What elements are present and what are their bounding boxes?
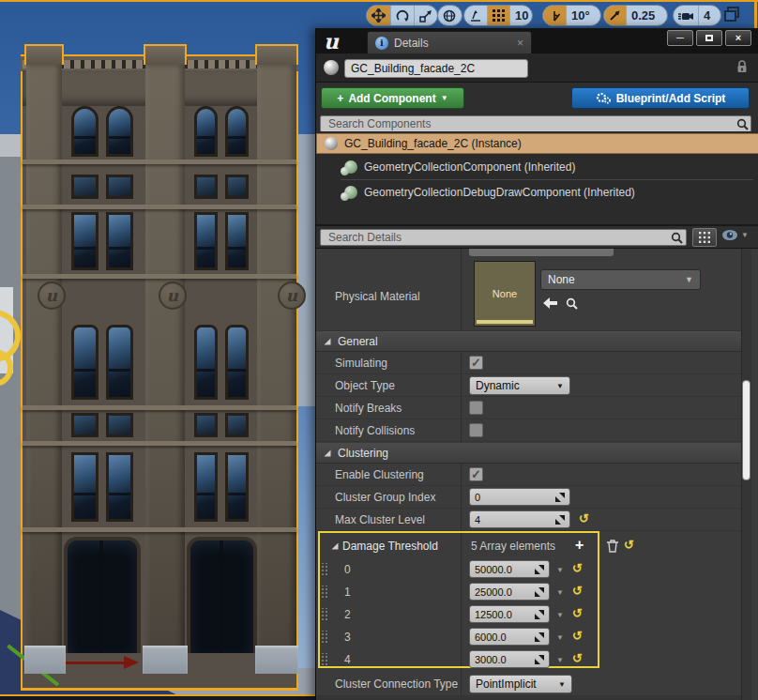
restore-viewport-icon[interactable] [724,7,740,25]
max-cluster-level-spinbox[interactable]: 4 [469,510,570,528]
move-tool-button[interactable] [367,6,391,25]
geometry-collection-debug-icon [344,186,357,199]
drag-handle-icon[interactable] [322,608,328,620]
window-mullion [197,136,215,139]
viewport-border-right [754,0,757,28]
building-window [71,212,99,270]
actor-name-field[interactable] [344,59,528,78]
damage-threshold-spinbox[interactable]: 25000.0 [469,583,550,601]
actor-icon [324,60,339,75]
chevron-down-icon: ▼ [556,382,564,390]
physical-material-thumbnail[interactable]: None [474,261,536,327]
notify-breaks-checkbox[interactable] [469,401,483,415]
component-row[interactable]: GeometryCollectionComponent (Inherited) [316,156,758,178]
building-medallion: u [38,282,66,310]
clipped-widget [469,249,614,256]
cluster-connection-dropdown[interactable]: PointImplicit ▼ [469,675,572,693]
add-array-element-button[interactable]: + [575,537,584,554]
damage-threshold-element-row: 1 25000.0 ▼ ↺ [316,582,741,602]
category-general[interactable]: General [316,331,741,352]
scale-snap-toggle-button[interactable] [604,6,627,25]
reset-to-default-icon[interactable]: ↺ [624,539,634,551]
element-options-icon[interactable]: ▼ [556,611,564,619]
property-matrix-button[interactable] [692,228,717,247]
window-mullion [74,136,96,139]
window-mullion [197,247,215,250]
element-options-icon[interactable]: ▼ [556,588,564,597]
building-window [71,175,99,199]
building-window [194,452,218,522]
blueprint-add-script-button[interactable]: Blueprint/Add Script [571,87,750,109]
damage-threshold-header-row: Damage Threshold 5 Array elements + ↺ [316,535,741,557]
drag-handle-icon[interactable] [322,563,328,575]
reset-to-default-icon[interactable]: ↺ [572,562,583,574]
scrollbar-thumb[interactable] [742,380,750,480]
tab-close-icon[interactable]: × [517,37,523,50]
physical-material-dropdown[interactable]: None ▼ [540,269,701,290]
scale-snap-value[interactable]: 0.25 [627,6,659,25]
close-button[interactable]: × [725,30,751,46]
chevron-down-icon: ▼ [685,275,693,284]
reset-to-default-icon[interactable]: ↺ [572,652,583,664]
camera-speed-icon[interactable] [674,6,699,25]
damage-threshold-spinbox[interactable]: 6000.0 [469,628,550,646]
damage-threshold-spinbox[interactable]: 50000.0 [469,560,550,578]
grid-snap-toggle-button[interactable] [488,6,510,25]
reset-to-default-icon[interactable]: ↺ [572,630,583,642]
gizmo-x-axis[interactable] [56,662,126,664]
max-cluster-level-row: Max Cluster Level 4 ↺ [316,509,741,531]
camera-speed-value[interactable]: 4 [699,6,715,25]
drag-spinner-icon [535,610,544,619]
minimize-button[interactable]: ─ [667,30,693,46]
building-window [225,212,249,270]
component-row[interactable]: GeometryCollectionDebugDrawComponent (In… [316,181,758,204]
world-space-toggle-button[interactable] [438,6,461,25]
drag-handle-icon[interactable] [322,631,328,643]
expand-arrow-icon [324,338,331,345]
component-row-selected[interactable]: GC_Building_facade_2C (Instance) [316,133,758,154]
reset-to-default-icon[interactable]: ↺ [579,512,589,525]
grid-snap-group: 10 [463,5,533,26]
object-type-dropdown[interactable]: Dynamic ▼ [469,376,570,395]
rotate-tool-button[interactable] [391,6,415,25]
damage-threshold-spinbox[interactable]: 12500.0 [469,605,550,623]
reset-to-default-icon[interactable]: ↺ [572,607,583,619]
reset-to-default-icon[interactable]: ↺ [572,585,583,597]
element-options-icon[interactable]: ▼ [556,633,564,642]
gizmo-x-arrowhead[interactable] [124,656,139,669]
rotation-snap-toggle-button[interactable] [543,6,567,25]
view-options-button[interactable]: ▼ [721,229,749,241]
damage-threshold-spinbox[interactable]: 3000.0 [469,650,550,668]
simulating-checkbox[interactable]: ✓ [469,356,483,370]
delete-array-icon[interactable] [607,540,618,553]
surface-snap-button[interactable] [464,6,488,25]
tab-label: Details [394,37,429,50]
drag-handle-icon[interactable] [322,586,328,598]
drag-spinner-icon [535,655,544,664]
restore-button[interactable] [696,30,722,46]
building-window [225,175,249,199]
enable-clustering-checkbox[interactable]: ✓ [469,467,483,481]
building-window [106,325,133,400]
scale-tool-button[interactable] [415,6,437,25]
browse-asset-icon[interactable] [566,297,578,310]
search-details-input[interactable] [320,229,687,246]
building-window [194,175,218,199]
viewport-edge [0,696,315,700]
drag-handle-icon[interactable] [322,653,328,665]
cluster-group-index-spinbox[interactable]: 0 [469,488,570,506]
lock-icon[interactable] [736,60,748,73]
physical-material-row: Physical Material None None ▼ [316,256,741,331]
rotation-snap-value[interactable]: 10° [567,6,595,25]
search-components-input[interactable] [320,115,751,132]
expand-arrow-icon[interactable] [331,542,339,550]
element-options-icon[interactable]: ▼ [556,566,564,574]
notify-collisions-checkbox[interactable] [469,423,483,437]
use-selected-asset-icon[interactable] [543,297,558,309]
element-options-icon[interactable]: ▼ [556,656,564,664]
building-window [106,175,133,199]
tab-details[interactable]: i Details × [367,31,532,53]
grid-snap-value[interactable]: 10 [510,6,533,25]
category-clustering[interactable]: Clustering [316,443,741,464]
add-component-button[interactable]: + Add Component ▼ [321,87,464,109]
